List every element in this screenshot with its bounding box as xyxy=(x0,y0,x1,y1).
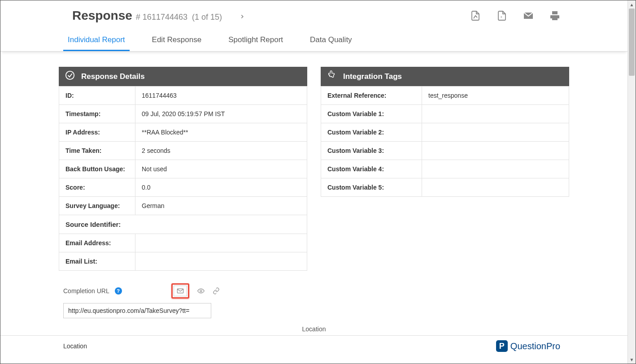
table-row: ID:1611744463 xyxy=(59,87,307,105)
puzzle-icon xyxy=(327,70,337,82)
panel-title: Integration Tags xyxy=(343,72,402,81)
email-url-button-highlight xyxy=(171,283,189,299)
brand-logo[interactable]: P QuestionPro xyxy=(496,340,560,352)
print-icon[interactable] xyxy=(549,10,560,21)
scroll-thumb[interactable] xyxy=(629,9,635,76)
tab-edit-response[interactable]: Edit Response xyxy=(148,29,206,51)
vertical-scrollbar[interactable]: ▲ ▼ xyxy=(627,0,636,364)
table-row: External Reference:test_response xyxy=(321,87,569,105)
integration-tags-header: Integration Tags xyxy=(321,67,569,86)
header-actions: x xyxy=(470,10,560,21)
svg-text:x: x xyxy=(501,15,502,18)
brand-badge-icon: P xyxy=(496,340,508,352)
tab-individual-report[interactable]: Individual Report xyxy=(63,29,130,51)
table-row: Survey Language:German xyxy=(59,197,307,215)
table-row: Custom Variable 1: xyxy=(321,105,569,123)
table-row: IP Address:**RAA Blocked** xyxy=(59,123,307,142)
page-title: Response xyxy=(72,9,132,23)
page-header: Response # 1611744463 (1 of 15) x xyxy=(0,0,627,29)
response-details-panel: Response Details ID:1611744463 Timestamp… xyxy=(59,67,307,271)
table-row: Email Address: xyxy=(59,234,307,252)
table-row: Score:0.0 xyxy=(59,178,307,197)
tab-data-quality[interactable]: Data Quality xyxy=(305,29,357,51)
table-row: Back Button Usage:Not used xyxy=(59,160,307,178)
email-icon[interactable] xyxy=(523,10,534,21)
tab-spotlight-report[interactable]: Spotlight Report xyxy=(224,29,288,51)
header-left: Response # 1611744463 (1 of 15) xyxy=(72,9,245,23)
panel-title: Response Details xyxy=(81,72,145,81)
link-icon[interactable] xyxy=(213,287,220,295)
completion-url-section: Completion URL ? xyxy=(0,271,627,323)
svg-point-1 xyxy=(66,71,74,79)
table-row: Custom Variable 5: xyxy=(321,178,569,197)
scroll-up-icon[interactable]: ▲ xyxy=(628,0,636,9)
location-title: Location xyxy=(0,323,627,335)
response-id: # 1611744463 (1 of 15) xyxy=(136,13,222,22)
svg-point-3 xyxy=(200,290,202,292)
source-identifier-header: Source Identifier: xyxy=(59,215,307,234)
next-response-icon[interactable] xyxy=(239,13,245,21)
tab-bar: Individual Report Edit Response Spotligh… xyxy=(0,29,627,52)
integration-tags-panel: Integration Tags External Reference:test… xyxy=(321,67,569,197)
table-row: Time Taken:2 seconds xyxy=(59,142,307,160)
export-excel-icon[interactable]: x xyxy=(497,10,507,21)
table-row: Timestamp:09 Jul, 2020 05:19:57 PM IST xyxy=(59,105,307,123)
footer-bar: Location P QuestionPro xyxy=(0,335,627,356)
location-label: Location xyxy=(63,342,87,350)
help-icon[interactable]: ? xyxy=(115,287,122,295)
table-row: Custom Variable 4: xyxy=(321,160,569,178)
check-circle-icon xyxy=(65,70,75,82)
export-pdf-icon[interactable] xyxy=(470,10,481,21)
table-row: Custom Variable 2: xyxy=(321,123,569,142)
mail-icon[interactable] xyxy=(174,286,187,296)
completion-url-input[interactable] xyxy=(63,303,211,318)
table-row: Custom Variable 3: xyxy=(321,142,569,160)
table-row: Email List: xyxy=(59,252,307,271)
scroll-down-icon[interactable]: ▼ xyxy=(628,355,636,364)
eye-icon[interactable] xyxy=(197,287,205,295)
response-details-header: Response Details xyxy=(59,67,307,86)
completion-url-label: Completion URL xyxy=(63,287,109,295)
main-content: Response Details ID:1611744463 Timestamp… xyxy=(0,52,627,271)
